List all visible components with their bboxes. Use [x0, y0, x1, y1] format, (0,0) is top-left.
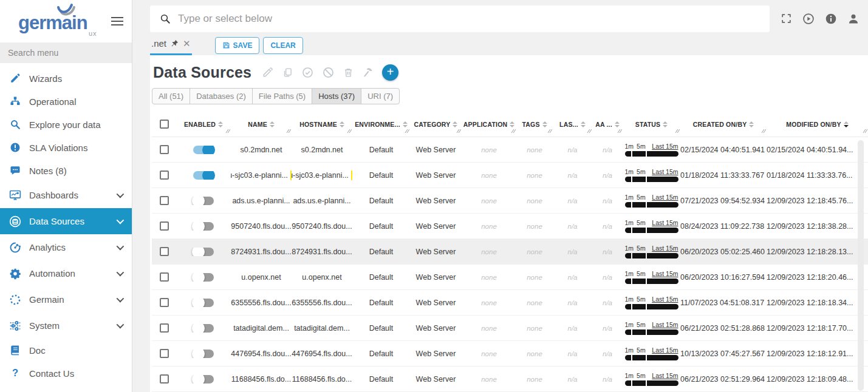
status-widget[interactable]: 1m5mLast 15m: [625, 372, 678, 386]
filter-chip[interactable]: .net ✕: [150, 37, 192, 55]
vertical-scrollbar[interactable]: [858, 140, 864, 391]
column-header-las[interactable]: LAS...: [553, 112, 592, 137]
status-widget[interactable]: 1m5mLast 15m: [625, 346, 678, 360]
enabled-toggle[interactable]: [193, 324, 214, 333]
row-checkbox[interactable]: [160, 247, 169, 256]
column-resize-handle[interactable]: [863, 127, 867, 135]
sidebar-item-notes-8[interactable]: Notes (8): [0, 159, 132, 182]
global-search-input[interactable]: [178, 13, 760, 25]
column-header-category[interactable]: CATEGORY: [410, 112, 462, 137]
status-label-last15m[interactable]: Last 15m: [652, 321, 678, 328]
row-checkbox[interactable]: [160, 221, 169, 231]
sidebar-item-sla-violations[interactable]: SLA Violations: [0, 136, 132, 159]
enabled-toggle[interactable]: [193, 197, 214, 205]
play-circle-icon[interactable]: [802, 13, 815, 25]
enabled-toggle[interactable]: [193, 146, 214, 154]
sort-icon[interactable]: [663, 121, 668, 127]
status-label-last15m[interactable]: Last 15m: [652, 296, 678, 303]
sort-icon[interactable]: [453, 121, 457, 127]
sort-icon[interactable]: [542, 121, 547, 127]
select-all-checkbox[interactable]: [160, 120, 169, 129]
column-resize-handle[interactable]: [511, 127, 516, 135]
status-label-last15m[interactable]: Last 15m: [652, 270, 678, 277]
enabled-toggle[interactable]: [193, 350, 214, 358]
status-label-last15m[interactable]: Last 15m: [652, 219, 678, 226]
status-label-last15m[interactable]: Last 15m: [652, 194, 678, 201]
column-header-status[interactable]: STATUS: [623, 112, 680, 137]
status-widget[interactable]: 1m5mLast 15m: [625, 168, 678, 182]
sort-icon[interactable]: [340, 121, 344, 127]
info-icon[interactable]: [825, 13, 837, 25]
column-resize-handle[interactable]: [225, 127, 230, 135]
column-header-created-on-by[interactable]: CREATED ON/BY: [680, 112, 767, 137]
sidebar-search-input[interactable]: [0, 42, 132, 63]
sidebar-item-automation[interactable]: Automation: [0, 260, 132, 286]
copy-icon[interactable]: [282, 67, 293, 78]
table-row[interactable]: 6355556.fls.dou...6355556.fls.dou...Defa…: [152, 290, 868, 316]
hamburger-menu-icon[interactable]: [111, 15, 123, 28]
status-widget[interactable]: 1m5mLast 15m: [625, 321, 678, 335]
row-checkbox[interactable]: [160, 171, 169, 180]
enabled-toggle[interactable]: [193, 375, 214, 384]
status-widget[interactable]: 1m5mLast 15m: [625, 296, 678, 309]
column-resize-handle[interactable]: [587, 127, 592, 135]
delete-icon[interactable]: [343, 67, 354, 78]
row-checkbox[interactable]: [160, 323, 169, 333]
tab-uri-7[interactable]: URI (7): [361, 88, 400, 104]
sidebar-item-contact-us[interactable]: ?Contact Us: [0, 362, 132, 385]
table-row[interactable]: 8724931.fls.dou...8724931.fls.dou...Defa…: [152, 239, 868, 265]
global-search[interactable]: [150, 5, 770, 32]
table-row[interactable]: 9507240.fls.dou...9507240.fls.dou...Defa…: [152, 214, 868, 239]
status-widget[interactable]: 1m5mLast 15m: [625, 194, 678, 208]
table-row[interactable]: ads.us.e-planni...ads.us.e-planni...Defa…: [152, 188, 868, 214]
status-widget[interactable]: 1m5mLast 15m: [625, 143, 678, 157]
column-resize-handle[interactable]: [347, 127, 352, 135]
enabled-toggle[interactable]: [193, 222, 214, 231]
fullscreen-icon[interactable]: [781, 13, 792, 24]
sort-icon[interactable]: [615, 121, 620, 127]
enabled-toggle[interactable]: [193, 171, 214, 180]
sort-icon[interactable]: [270, 121, 275, 127]
table-row[interactable]: u-sjc03.e-planni...u-sjc03.e-planni...De…: [152, 163, 868, 188]
sidebar-item-doc[interactable]: Doc: [0, 339, 132, 362]
tab-hosts-37[interactable]: Hosts (37): [312, 88, 361, 104]
sidebar-item-system[interactable]: System: [0, 313, 132, 339]
column-resize-handle[interactable]: [456, 127, 461, 135]
status-widget[interactable]: 1m5mLast 15m: [625, 245, 678, 259]
sort-icon[interactable]: [403, 121, 408, 127]
tab-file-paths-5[interactable]: File Paths (5): [252, 88, 312, 104]
sidebar-item-operational[interactable]: Operational: [0, 90, 132, 113]
column-resize-handle[interactable]: [405, 127, 409, 135]
sidebar-item-analytics[interactable]: Analytics: [0, 234, 132, 260]
status-label-last15m[interactable]: Last 15m: [652, 245, 678, 252]
status-widget[interactable]: 1m5mLast 15m: [625, 270, 678, 284]
table-row[interactable]: 11688456.fls.do...11688456.fls.do...Defa…: [152, 367, 868, 392]
approve-icon[interactable]: [302, 67, 313, 78]
tab-all-51[interactable]: All (51): [152, 88, 190, 104]
row-checkbox[interactable]: [160, 272, 169, 282]
column-header-enabled[interactable]: ENABLED: [176, 112, 231, 137]
column-header-name[interactable]: NAME: [231, 112, 292, 137]
enabled-toggle[interactable]: [193, 248, 214, 256]
column-header-aa[interactable]: AA ...: [592, 112, 623, 137]
column-header-environme[interactable]: ENVIRONME...: [352, 112, 410, 137]
status-label-last15m[interactable]: Last 15m: [652, 372, 678, 379]
table-row[interactable]: tatadigital.dem...tatadigital.dem...Defa…: [152, 316, 868, 341]
pin-icon[interactable]: [171, 39, 179, 47]
hammer-icon[interactable]: [363, 67, 374, 78]
status-label-last15m[interactable]: Last 15m: [652, 143, 678, 150]
edit-icon[interactable]: [262, 67, 273, 78]
table-row[interactable]: s0.2mdn.nets0.2mdn.netDefaultWeb Servern…: [152, 137, 868, 163]
tab-databases-2[interactable]: Databases (2): [190, 88, 253, 104]
column-header-modified-on-by[interactable]: MODIFIED ON/BY: [767, 112, 868, 137]
sidebar-item-data-sources[interactable]: Data Sources: [0, 208, 132, 234]
sidebar-item-germain[interactable]: Germain: [0, 286, 132, 313]
table-row[interactable]: 4476954.fls.dou...4476954.fls.dou...Defa…: [152, 341, 868, 367]
column-resize-handle[interactable]: [547, 127, 552, 135]
sort-icon[interactable]: [218, 121, 223, 127]
enabled-toggle[interactable]: [193, 273, 214, 282]
row-checkbox[interactable]: [160, 145, 169, 154]
add-button[interactable]: +: [382, 64, 398, 81]
column-resize-handle[interactable]: [761, 127, 766, 135]
row-checkbox[interactable]: [160, 374, 169, 384]
